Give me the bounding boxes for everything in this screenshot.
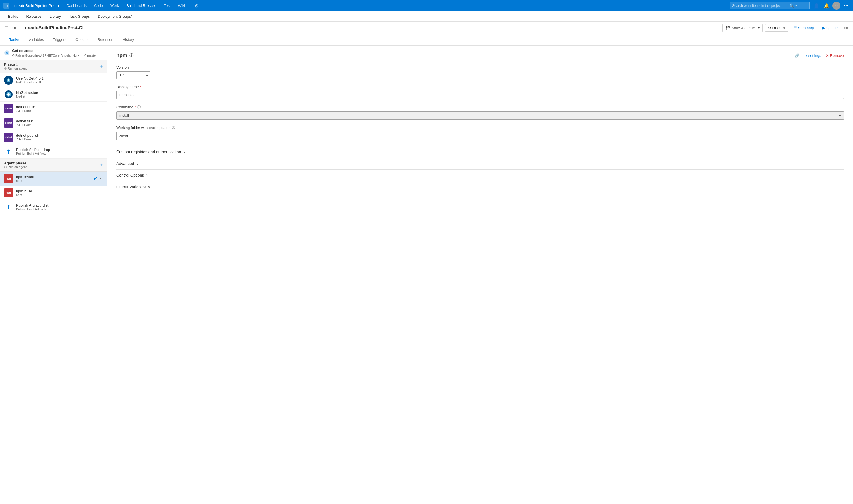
task-npm-install-info: npm install npm bbox=[16, 175, 90, 182]
agent-phase-icon: ⚙ bbox=[4, 165, 7, 169]
phase-1-subtitle: ⚙ Run on agent bbox=[4, 67, 27, 71]
task-dotnet-test[interactable]: dotnet dotnet test .NET Core bbox=[0, 116, 107, 130]
repo-icon: ⊙ bbox=[12, 53, 15, 57]
agent-phase-block: Agent phase ⚙ Run on agent + npm npm ins… bbox=[0, 159, 107, 214]
summary-button[interactable]: ☰ Summary bbox=[790, 24, 817, 32]
more-icon[interactable]: ••• bbox=[841, 1, 851, 10]
get-sources-meta: ⊙ FabianGosebrink/ASPNETCore-Angular-Ngr… bbox=[12, 53, 103, 57]
npm-info-icon[interactable]: ⓘ bbox=[129, 53, 133, 58]
display-name-input[interactable] bbox=[116, 91, 844, 99]
task-nuget-restore[interactable]: NuGet restore NuGet bbox=[0, 87, 107, 102]
working-folder-input[interactable] bbox=[116, 132, 834, 140]
toolbar-extra-more-icon[interactable]: ••• bbox=[843, 24, 850, 31]
task-dotnet-test-info: dotnet test .NET Core bbox=[16, 119, 103, 127]
tab-options[interactable]: Options bbox=[71, 34, 93, 46]
output-variables-section[interactable]: Output Variables ∨ bbox=[116, 181, 844, 193]
task-nuget-restore-info: NuGet restore NuGet bbox=[16, 90, 103, 98]
nav-wiki[interactable]: Wiki bbox=[175, 0, 189, 12]
link-settings-button[interactable]: 🔗 Link settings bbox=[795, 53, 821, 58]
control-options-section[interactable]: Control Options ∨ bbox=[116, 169, 844, 181]
command-select[interactable]: install publish custom bbox=[116, 111, 844, 120]
task-publish-dist-info: Publish Artifact: dist Publish Build Art… bbox=[16, 203, 103, 211]
working-folder-info-icon[interactable]: ⓘ bbox=[172, 125, 175, 130]
sub-nav-task-groups[interactable]: Task Groups bbox=[65, 12, 93, 22]
bell-icon[interactable]: 🔔 bbox=[822, 1, 831, 10]
svg-point-9 bbox=[7, 93, 10, 96]
task-dotnet-publish[interactable]: dotnet dotnet publish .NET Core bbox=[0, 130, 107, 144]
save-dropdown-icon[interactable]: ▾ bbox=[757, 26, 760, 30]
left-panel: ⊙ Get sources ⊙ FabianGosebrink/ASPNETCo… bbox=[0, 46, 107, 504]
remove-button[interactable]: ✕ Remove bbox=[826, 53, 844, 58]
npm-actions: 🔗 Link settings ✕ Remove bbox=[795, 53, 844, 58]
sub-nav-builds[interactable]: Builds bbox=[4, 12, 21, 22]
avatar[interactable]: U bbox=[832, 2, 840, 10]
tab-retention[interactable]: Retention bbox=[93, 34, 118, 46]
command-label: Command * ⓘ bbox=[116, 105, 844, 110]
tab-tasks[interactable]: Tasks bbox=[4, 34, 24, 46]
project-name[interactable]: createBuildPipelinePost ▾ bbox=[12, 3, 62, 8]
toolbar: ☰ ••• › createBuildPipelinePost-CI 💾 Sav… bbox=[0, 22, 853, 34]
discard-icon: ↺ bbox=[768, 26, 771, 30]
command-info-icon[interactable]: ⓘ bbox=[137, 105, 140, 110]
phase-1-title: Phase 1 bbox=[4, 62, 27, 67]
svg-text:⬡: ⬡ bbox=[5, 4, 8, 8]
agent-phase-add-button[interactable]: + bbox=[100, 162, 103, 168]
sub-nav-deployment-groups[interactable]: Deployment Groups* bbox=[94, 12, 136, 22]
working-folder-browse-button[interactable]: … bbox=[835, 132, 844, 140]
toolbar-left-icons: ☰ ••• › bbox=[3, 24, 23, 31]
sub-nav-library[interactable]: Library bbox=[46, 12, 65, 22]
svg-text:⊙: ⊙ bbox=[6, 51, 8, 55]
tab-triggers[interactable]: Triggers bbox=[48, 34, 71, 46]
app-icon[interactable]: ⬡ bbox=[2, 2, 10, 10]
agent-icon: ⚙ bbox=[4, 67, 7, 70]
task-publish-drop[interactable]: ⬆ Publish Artifact: drop Publish Build A… bbox=[0, 144, 107, 159]
nav-test[interactable]: Test bbox=[160, 0, 174, 12]
discard-button[interactable]: ↺ Discard bbox=[765, 24, 788, 32]
queue-button[interactable]: ▶ Queue bbox=[819, 24, 841, 32]
task-npm-build[interactable]: npm npm build npm bbox=[0, 186, 107, 200]
custom-registries-section[interactable]: Custom registries and authentication ∨ bbox=[116, 146, 844, 158]
save-queue-button[interactable]: 💾 Save & queue ▾ bbox=[723, 24, 763, 32]
nav-work[interactable]: Work bbox=[107, 0, 122, 12]
nav-code[interactable]: Code bbox=[90, 0, 106, 12]
task-dotnet-build[interactable]: dotnet dotnet build .NET Core bbox=[0, 102, 107, 116]
display-name-group: Display name * bbox=[116, 85, 844, 99]
get-sources[interactable]: ⊙ Get sources ⊙ FabianGosebrink/ASPNETCo… bbox=[0, 46, 107, 60]
task-npm-install[interactable]: npm npm install npm ✔ ⋮ bbox=[0, 172, 107, 186]
tab-history[interactable]: History bbox=[118, 34, 139, 46]
npm-header: npm ⓘ 🔗 Link settings ✕ Remove bbox=[116, 53, 844, 58]
npm-install-more-icon[interactable]: ⋮ bbox=[98, 176, 103, 181]
display-name-label: Display name * bbox=[116, 85, 844, 89]
advanced-section[interactable]: Advanced ∨ bbox=[116, 158, 844, 169]
toolbar-more-icon[interactable]: ••• bbox=[11, 24, 18, 31]
settings-icon[interactable]: ⚙ bbox=[192, 1, 201, 10]
breadcrumb: createBuildPipelinePost-CI bbox=[25, 25, 84, 31]
sub-nav-releases[interactable]: Releases bbox=[22, 12, 45, 22]
version-label: Version bbox=[116, 65, 844, 70]
search-expand-icon[interactable]: ▾ bbox=[795, 4, 797, 8]
tab-variables[interactable]: Variables bbox=[24, 34, 48, 46]
nav-dashboards[interactable]: Dashboards bbox=[63, 0, 90, 12]
phase-1-add-button[interactable]: + bbox=[100, 64, 103, 70]
nav-build-release[interactable]: Build and Release bbox=[123, 0, 160, 12]
agent-phase-task-list: npm npm install npm ✔ ⋮ npm npm build bbox=[0, 172, 107, 214]
version-select[interactable]: 0.* 1.* 2.* bbox=[116, 71, 151, 79]
npm-title: npm ⓘ bbox=[116, 53, 133, 58]
person-icon[interactable]: 👤 bbox=[812, 1, 821, 10]
task-publish-dist[interactable]: ⬆ Publish Artifact: dist Publish Build A… bbox=[0, 200, 107, 214]
task-dotnet-publish-info: dotnet publish .NET Core bbox=[16, 133, 103, 141]
phase-1-block: Phase 1 ⚙ Run on agent + Use NuGet 4.5.1 bbox=[0, 60, 107, 159]
npm-build-icon: npm bbox=[4, 188, 13, 197]
search-input[interactable] bbox=[732, 4, 789, 8]
pipeline-icon[interactable]: ☰ bbox=[3, 24, 10, 31]
npm-install-actions: ✔ ⋮ bbox=[93, 176, 103, 181]
search-icon: 🔍 bbox=[789, 3, 794, 8]
search-box[interactable]: 🔍 ▾ bbox=[730, 2, 810, 10]
phase-1-info: Phase 1 ⚙ Run on agent bbox=[4, 62, 27, 71]
project-chevron-icon: ▾ bbox=[58, 4, 59, 7]
remove-icon: ✕ bbox=[826, 53, 829, 58]
agent-phase-header: Agent phase ⚙ Run on agent + bbox=[0, 159, 107, 172]
get-sources-info: Get sources ⊙ FabianGosebrink/ASPNETCore… bbox=[12, 49, 103, 57]
task-nuget-install[interactable]: Use NuGet 4.5.1 NuGet Tool Installer bbox=[0, 73, 107, 87]
top-nav-links: Dashboards Code Work Build and Release T… bbox=[63, 0, 201, 12]
